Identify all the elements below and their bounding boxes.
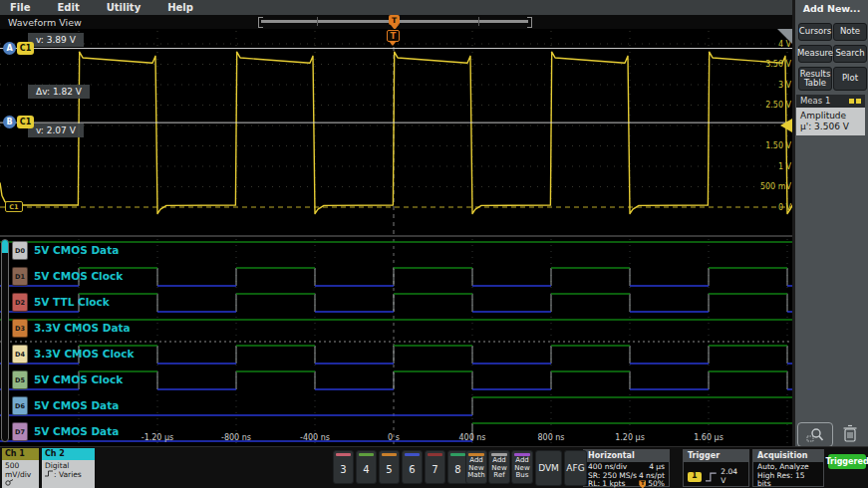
measure-button[interactable]: Measure: [798, 45, 832, 63]
cursor-a-badge[interactable]: A: [3, 42, 16, 55]
channel-4-color-stripe: [359, 453, 374, 456]
menu-item-utility[interactable]: Utility: [107, 2, 141, 13]
add-new-title: Add New...: [795, 3, 868, 14]
horizontal-value-right: T50%: [639, 480, 665, 488]
digital-group-handle-cap: [2, 240, 8, 253]
trigger-level: 2.04 V: [721, 468, 744, 485]
cursors-button[interactable]: Cursors: [798, 23, 832, 41]
cursor-delta-readout: Δv: 1.82 V: [28, 85, 90, 99]
results-table-button[interactable]: Results Table: [798, 67, 832, 91]
horizontal-panel-title: Horizontal: [584, 450, 669, 462]
measurement-value: µ': 3.506 V: [800, 122, 861, 132]
menu-item-edit[interactable]: Edit: [57, 2, 79, 13]
channel-3-color-stripe: [336, 453, 351, 456]
measurement-type: Amplitude: [800, 111, 861, 122]
channel2-header: Ch 2: [42, 448, 95, 460]
menu-item-help[interactable]: Help: [167, 2, 193, 13]
digital-channel-badge-d7[interactable]: D7: [12, 422, 28, 441]
measurement-card-body: Amplitude µ': 3.506 V: [796, 108, 865, 135]
dvm-button[interactable]: DVM: [535, 450, 562, 486]
acquisition-row: Auto, Analyze: [753, 462, 823, 471]
measurement-card[interactable]: Meas 1 Amplitude µ': 3.506 V: [796, 95, 865, 135]
measurement-card-header: Meas 1: [796, 95, 865, 108]
digital-channel-badge-d4[interactable]: D4: [12, 345, 28, 364]
add-button-color-stripe: [491, 453, 507, 456]
digital-channel-badge-d5[interactable]: D5: [12, 370, 28, 389]
digital-channel-badge-d0[interactable]: D0: [12, 241, 28, 260]
edge-icon: [45, 470, 54, 477]
channel-6-color-stripe: [405, 453, 420, 456]
digital-trace-d5-edges: [79, 371, 787, 389]
measurement-name: Meas 1: [800, 96, 830, 106]
afg-button[interactable]: AFG: [564, 450, 587, 486]
oscilloscope-app: FileEditUtilityHelp Waveform View T 4 V3…: [0, 0, 868, 488]
horizontal-value: RL: 1 kpts: [588, 480, 625, 488]
cursor-a-channel-badge[interactable]: C1: [17, 42, 34, 55]
channel2-threshold: : Varies: [45, 470, 92, 479]
measurement-color-swatch-icon: [849, 99, 854, 104]
trigger-flag-arrow-icon: [389, 41, 397, 46]
trigger-position-icon: T: [639, 480, 646, 488]
trigger-source-badge: 1: [688, 472, 702, 482]
view-title[interactable]: Waveform View: [8, 17, 82, 28]
channel1-ground-badge[interactable]: C1: [5, 201, 23, 212]
zoom-mode-button[interactable]: [797, 422, 833, 447]
digital-channel-badge-d6[interactable]: D6: [12, 396, 28, 415]
trigger-panel[interactable]: Trigger 1 2.04 V: [683, 449, 749, 487]
record-view-left-bracket: [258, 17, 263, 28]
channel-7-button[interactable]: 7: [425, 450, 445, 484]
note-button[interactable]: Note: [833, 23, 867, 41]
right-panel: Add New... Meas 1 Amplitude µ': 3.506 V: [795, 0, 868, 446]
magnifier-icon: [806, 427, 824, 443]
channel-6-button[interactable]: 6: [402, 450, 423, 484]
acquisition-panel-title: Acquisition: [753, 450, 823, 462]
digital-channel-badge-d3[interactable]: D3: [12, 319, 28, 338]
channel2-badge[interactable]: Ch 2 Digital : Varies: [42, 448, 95, 488]
waveform-canvas: [0, 29, 792, 446]
horizontal-panel[interactable]: Horizontal 400 ns/div4 µsSR: 250 MS/s4 n…: [583, 449, 670, 487]
trigger-panel-title: Trigger: [684, 450, 748, 462]
add-new-ref-button[interactable]: AddNewRef: [488, 450, 510, 484]
channel-7-color-stripe: [428, 453, 442, 456]
digital-trace-d4-edges: [79, 346, 787, 364]
channel2-mode: Digital: [45, 461, 92, 470]
measurement-color-swatch-icon: [856, 99, 861, 104]
record-tick: [478, 17, 479, 26]
trash-icon: [842, 424, 858, 443]
trigger-position-marker-icon[interactable]: T: [389, 15, 400, 25]
digital-trace-d1-edges: [79, 268, 787, 286]
digital-channel-badge-d2[interactable]: D2: [12, 293, 28, 312]
channel-3-button[interactable]: 3: [333, 450, 354, 484]
horizontal-row: RL: 1 kptsT50%: [584, 480, 669, 488]
cursor-b-badge[interactable]: B: [3, 116, 16, 128]
waveform-plot[interactable]: 4 V3.50 V3 V2.50 V1.50 V1 V500 mV0 V-1.2…: [0, 29, 792, 446]
trigger-level-arrow-icon[interactable]: [780, 119, 792, 132]
digital-trace-d2-edges: [79, 294, 787, 312]
analog-trace-c1: [0, 52, 792, 213]
digital-channel-badge-d1[interactable]: D1: [12, 267, 28, 286]
channel-5-button[interactable]: 5: [379, 450, 400, 484]
channel-8-color-stripe: [450, 453, 465, 456]
cursor-b-readout: v: 2.07 V: [28, 123, 84, 137]
add-new-math-button[interactable]: AddNewMath: [465, 450, 487, 484]
acquisition-panel[interactable]: Acquisition Auto, AnalyzeHigh Res: 15 bi…: [752, 449, 824, 487]
channel-5-color-stripe: [382, 453, 397, 456]
add-button-color-stripe: [468, 453, 484, 456]
channel1-settings: 500 mV/div 100 MHz: [2, 460, 39, 488]
add-new-bus-button[interactable]: AddNewBus: [511, 450, 533, 484]
channel1-badge[interactable]: Ch 1 500 mV/div 100 MHz: [2, 448, 39, 488]
cursor-a-readout: v: 3.89 V: [28, 33, 84, 47]
cursor-b-channel-badge[interactable]: C1: [17, 116, 34, 128]
digital-group-handle[interactable]: [1, 239, 9, 442]
record-tick: [317, 17, 318, 26]
rising-edge-icon: [706, 472, 718, 482]
plot-button[interactable]: Plot: [833, 67, 867, 91]
trash-button[interactable]: [839, 421, 861, 446]
horizontal-value: 50%: [648, 480, 665, 488]
add-button-color-stripe: [514, 453, 530, 456]
channel2-settings: Digital : Varies: [42, 460, 95, 488]
menu-item-file[interactable]: File: [10, 2, 30, 13]
channel1-scale: 500 mV/div: [5, 461, 36, 479]
search-button[interactable]: Search: [833, 45, 867, 63]
channel-4-button[interactable]: 4: [356, 450, 377, 484]
